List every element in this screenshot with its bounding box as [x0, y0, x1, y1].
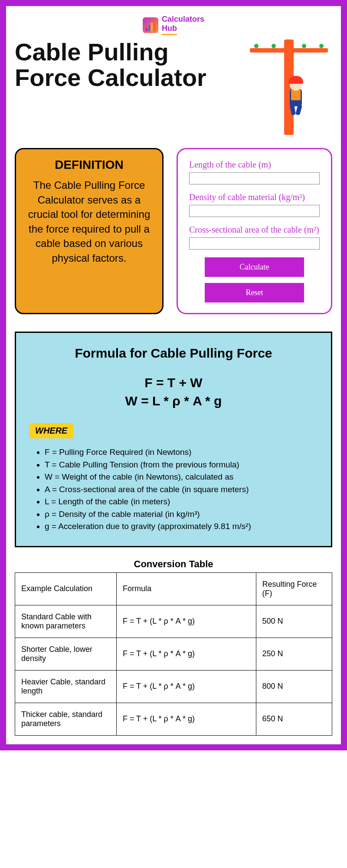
conversion-title: Conversion Table	[15, 559, 332, 570]
hero: Cable Pulling Force Calculator	[15, 39, 332, 135]
legend-item: A = Cross-sectional area of the cable (i…	[45, 483, 318, 496]
col-header: Example Calculation	[15, 572, 117, 605]
calculator-box: Length of the cable (m) Density of cable…	[177, 148, 332, 314]
reset-button[interactable]: Reset	[205, 283, 304, 302]
table-row: Thicker cable, standard parameters F = T…	[15, 703, 332, 735]
lineman-illustration	[246, 39, 332, 135]
legend-item: W = Weight of the cable (in Newtons), ca…	[45, 471, 318, 483]
where-tag: WHERE	[29, 423, 73, 438]
legend-item: L = Length of the cable (in meters)	[45, 496, 318, 508]
area-label: Cross-sectional area of the cable (m²)	[189, 225, 320, 235]
page-title: Cable Pulling Force Calculator	[15, 39, 241, 91]
logo-line2: Hub	[162, 24, 177, 35]
calculate-button[interactable]: Calculate	[205, 257, 304, 277]
page-container: Calculators Hub Cable Pulling Force Calc…	[0, 0, 347, 750]
table-row: Heavier Cable, standard length F = T + (…	[15, 670, 332, 703]
col-header: Resulting Force (F)	[256, 572, 332, 605]
table-row: Example Calculation Formula Resulting Fo…	[15, 572, 332, 605]
logo-icon	[143, 17, 158, 33]
formula-eq2: W = L * ρ * A * g	[29, 392, 318, 410]
legend-item: ρ = Density of the cable material (in kg…	[45, 508, 318, 521]
logo: Calculators Hub	[15, 15, 332, 35]
density-label: Density of cable material (kg/m³)	[189, 192, 320, 202]
density-input[interactable]	[189, 205, 320, 217]
definition-text: The Cable Pulling Force Calculator serve…	[24, 178, 154, 266]
logo-line1: Calculators	[162, 15, 204, 24]
length-input[interactable]	[189, 172, 320, 184]
table-row: Shorter Cable, lower density F = T + (L …	[15, 638, 332, 670]
legend-item: T = Cable Pulling Tension (from the prev…	[45, 459, 318, 471]
formula-box: Formula for Cable Pulling Force F = T + …	[15, 332, 332, 547]
legend-item: g = Acceleration due to gravity (approxi…	[45, 520, 318, 533]
col-header: Formula	[116, 572, 256, 605]
definition-heading: DEFINITION	[24, 158, 154, 172]
area-input[interactable]	[189, 237, 320, 250]
length-label: Length of the cable (m)	[189, 160, 320, 170]
formula-eq1: F = T + W	[29, 374, 318, 392]
legend-item: F = Pulling Force Required (in Newtons)	[45, 446, 318, 459]
definition-box: DEFINITION The Cable Pulling Force Calcu…	[15, 148, 164, 314]
conversion-table: Example Calculation Formula Resulting Fo…	[15, 572, 332, 736]
table-row: Standard Cable with known parameters F =…	[15, 605, 332, 638]
formula-heading: Formula for Cable Pulling Force	[29, 346, 318, 361]
formula-equations: F = T + W W = L * ρ * A * g	[29, 374, 318, 410]
formula-legend: F = Pulling Force Required (in Newtons) …	[29, 446, 318, 533]
